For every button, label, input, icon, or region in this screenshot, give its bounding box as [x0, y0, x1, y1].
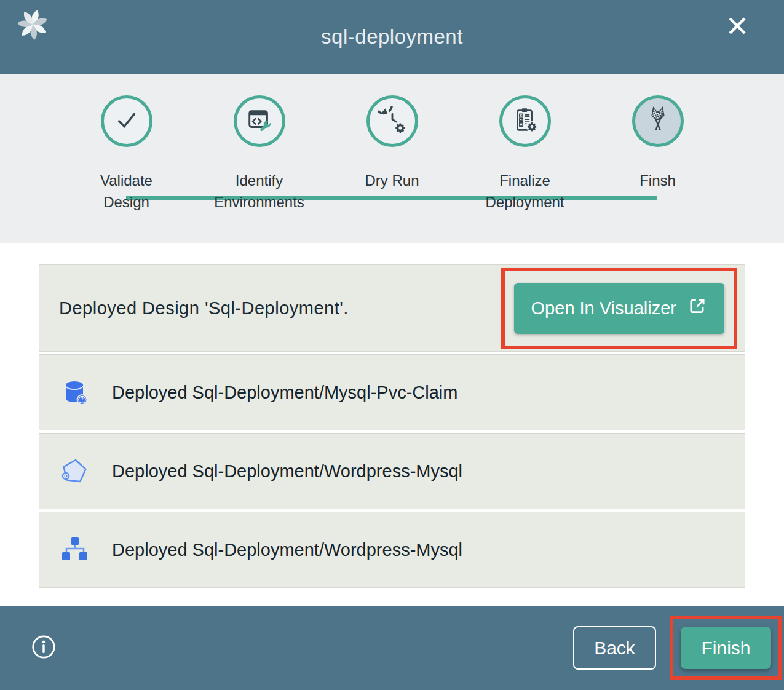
deployed-row-text: Deployed Sql-Deployment/Wordpress-Mysql	[112, 461, 462, 482]
svg-text:?: ?	[81, 397, 83, 403]
modal-title: sql-deployment	[321, 25, 463, 49]
open-in-visualizer-label: Open In Visualizer	[531, 298, 676, 319]
step-identify-environments: Identify Environments	[193, 74, 326, 213]
deployed-row-pvc: ? Deployed Sql-Deployment/Mysql-Pvc-Clai…	[39, 354, 745, 430]
deployment-results: Deployed Design 'Sql-Deployment'. Open I…	[0, 243, 784, 588]
hierarchy-deployment-icon	[60, 535, 90, 565]
step-validate-design: Validate Design	[60, 74, 193, 213]
step-finish: Finsh	[592, 74, 724, 213]
checkered-flags-icon	[644, 106, 672, 137]
step-dry-run: Dry Run	[326, 74, 459, 213]
open-external-icon	[687, 296, 707, 320]
step-circle-finalize[interactable]	[499, 95, 551, 147]
pentagon-component-icon	[60, 456, 90, 486]
dry-run-history-gear-icon	[378, 106, 406, 137]
deployed-row-service: Deployed Sql-Deployment/Wordpress-Mysql	[39, 433, 745, 509]
step-label: Identify Environments	[210, 170, 309, 213]
info-circle-icon[interactable]	[31, 634, 57, 662]
step-circle-validate[interactable]	[101, 95, 152, 147]
step-circle-identify[interactable]	[234, 95, 285, 147]
deployment-stepper: Validate Design Identify Environments	[0, 74, 784, 243]
meshery-logo-icon	[16, 8, 49, 41]
close-icon[interactable]	[725, 14, 750, 38]
deployed-row-text: Deployed Sql-Deployment/Mysql-Pvc-Claim	[112, 383, 457, 403]
deployed-row-text: Deployed Sql-Deployment/Wordpress-Mysql	[112, 540, 462, 560]
deployed-row-deployment: Deployed Sql-Deployment/Wordpress-Mysql	[39, 512, 745, 588]
check-icon	[113, 106, 141, 137]
finish-button[interactable]: Finish	[681, 627, 771, 669]
modal-footer: Back Finish	[0, 606, 784, 690]
design-deployed-message: Deployed Design 'Sql-Deployment'.	[59, 298, 349, 319]
step-circle-dry-run[interactable]	[366, 95, 418, 147]
code-configure-icon	[245, 106, 274, 137]
modal-header: sql-deployment	[0, 0, 784, 74]
database-storage-icon: ?	[60, 378, 90, 407]
design-deployed-row: Deployed Design 'Sql-Deployment'. Open I…	[39, 264, 745, 352]
checklist-gear-icon	[511, 106, 539, 137]
step-label: Finsh	[609, 170, 707, 192]
step-label: Validate Design	[77, 170, 176, 213]
step-label: Finalize Deployment	[476, 170, 574, 213]
step-label: Dry Run	[343, 170, 441, 192]
step-finalize-deployment: Finalize Deployment	[459, 74, 592, 213]
annotation-box-visualizer: Open In Visualizer	[501, 268, 737, 349]
back-button[interactable]: Back	[573, 626, 656, 670]
step-circle-finish[interactable]	[632, 95, 684, 147]
open-in-visualizer-button[interactable]: Open In Visualizer	[514, 283, 724, 334]
annotation-box-finish: Finish	[670, 616, 782, 680]
